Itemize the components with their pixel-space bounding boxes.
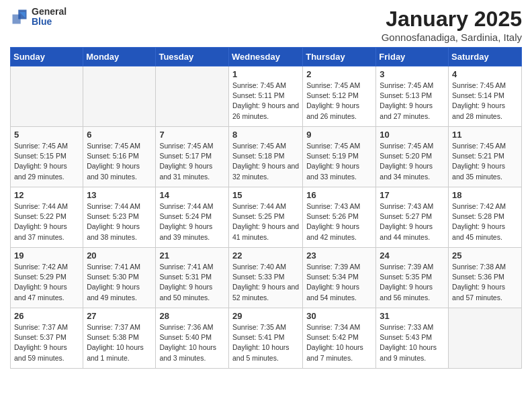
table-row: 19Sunrise: 7:42 AM Sunset: 5:29 PM Dayli… <box>11 248 83 308</box>
day-number: 20 <box>87 250 152 261</box>
page-container: General Blue January 2025 Gonnosfanadiga… <box>0 0 532 375</box>
calendar-table: Sunday Monday Tuesday Wednesday Thursday… <box>10 47 522 369</box>
table-row: 12Sunrise: 7:44 AM Sunset: 5:22 PM Dayli… <box>11 187 83 248</box>
day-info: Sunrise: 7:45 AM Sunset: 5:18 PM Dayligh… <box>232 141 299 182</box>
day-number: 12 <box>14 190 79 200</box>
table-row: 5Sunrise: 7:45 AM Sunset: 5:15 PM Daylig… <box>11 127 83 187</box>
day-number: 7 <box>159 130 225 140</box>
svg-marker-1 <box>13 15 21 24</box>
table-row: 8Sunrise: 7:45 AM Sunset: 5:18 PM Daylig… <box>228 127 302 187</box>
table-row <box>156 66 229 127</box>
table-row: 28Sunrise: 7:36 AM Sunset: 5:40 PM Dayli… <box>156 308 229 369</box>
table-row: 25Sunrise: 7:38 AM Sunset: 5:36 PM Dayli… <box>449 248 522 308</box>
day-number: 15 <box>232 190 299 200</box>
table-row: 13Sunrise: 7:44 AM Sunset: 5:23 PM Dayli… <box>83 187 156 248</box>
day-info: Sunrise: 7:45 AM Sunset: 5:20 PM Dayligh… <box>380 141 445 182</box>
day-info: Sunrise: 7:44 AM Sunset: 5:23 PM Dayligh… <box>87 201 152 242</box>
day-number: 3 <box>380 69 445 79</box>
table-row <box>11 66 83 127</box>
day-number: 27 <box>87 311 152 321</box>
day-number: 2 <box>306 69 372 79</box>
table-row: 20Sunrise: 7:41 AM Sunset: 5:30 PM Dayli… <box>83 248 156 308</box>
day-number: 5 <box>14 130 79 140</box>
day-number: 25 <box>452 250 518 261</box>
table-row: 22Sunrise: 7:40 AM Sunset: 5:33 PM Dayli… <box>228 248 302 308</box>
table-row: 7Sunrise: 7:45 AM Sunset: 5:17 PM Daylig… <box>156 127 229 187</box>
day-info: Sunrise: 7:34 AM Sunset: 5:42 PM Dayligh… <box>306 322 372 363</box>
calendar-title: January 2025 <box>382 7 522 32</box>
calendar-week-row: 26Sunrise: 7:37 AM Sunset: 5:37 PM Dayli… <box>11 308 522 369</box>
day-info: Sunrise: 7:35 AM Sunset: 5:41 PM Dayligh… <box>232 322 299 363</box>
table-row: 11Sunrise: 7:45 AM Sunset: 5:21 PM Dayli… <box>449 127 522 187</box>
day-number: 9 <box>306 130 372 140</box>
day-info: Sunrise: 7:39 AM Sunset: 5:34 PM Dayligh… <box>306 262 372 303</box>
day-info: Sunrise: 7:44 AM Sunset: 5:25 PM Dayligh… <box>232 201 299 242</box>
calendar-week-row: 12Sunrise: 7:44 AM Sunset: 5:22 PM Dayli… <box>11 187 522 248</box>
table-row: 16Sunrise: 7:43 AM Sunset: 5:26 PM Dayli… <box>303 187 376 248</box>
day-number: 13 <box>87 190 152 200</box>
day-info: Sunrise: 7:42 AM Sunset: 5:29 PM Dayligh… <box>14 262 79 303</box>
table-row: 1Sunrise: 7:45 AM Sunset: 5:11 PM Daylig… <box>228 66 302 127</box>
col-saturday: Saturday <box>449 48 522 66</box>
day-number: 22 <box>232 250 299 261</box>
table-row: 9Sunrise: 7:45 AM Sunset: 5:19 PM Daylig… <box>303 127 376 187</box>
table-row: 31Sunrise: 7:33 AM Sunset: 5:43 PM Dayli… <box>376 308 449 369</box>
day-number: 24 <box>380 250 445 261</box>
day-info: Sunrise: 7:45 AM Sunset: 5:17 PM Dayligh… <box>159 141 225 182</box>
day-info: Sunrise: 7:36 AM Sunset: 5:40 PM Dayligh… <box>159 322 225 363</box>
day-number: 21 <box>159 250 225 261</box>
day-number: 29 <box>232 311 299 321</box>
table-row: 27Sunrise: 7:37 AM Sunset: 5:38 PM Dayli… <box>83 308 156 369</box>
day-number: 4 <box>452 69 518 79</box>
calendar-header-row: Sunday Monday Tuesday Wednesday Thursday… <box>11 48 522 66</box>
day-info: Sunrise: 7:45 AM Sunset: 5:16 PM Dayligh… <box>87 141 152 182</box>
col-sunday: Sunday <box>11 48 83 66</box>
day-info: Sunrise: 7:43 AM Sunset: 5:26 PM Dayligh… <box>306 201 372 242</box>
table-row: 4Sunrise: 7:45 AM Sunset: 5:14 PM Daylig… <box>449 66 522 127</box>
day-info: Sunrise: 7:45 AM Sunset: 5:11 PM Dayligh… <box>232 81 299 122</box>
col-thursday: Thursday <box>303 48 376 66</box>
day-number: 14 <box>159 190 225 200</box>
day-number: 11 <box>452 130 518 140</box>
table-row: 26Sunrise: 7:37 AM Sunset: 5:37 PM Dayli… <box>11 308 83 369</box>
day-number: 18 <box>452 190 518 200</box>
logo: General Blue <box>10 7 66 28</box>
day-number: 31 <box>380 311 445 321</box>
col-tuesday: Tuesday <box>156 48 229 66</box>
day-info: Sunrise: 7:45 AM Sunset: 5:13 PM Dayligh… <box>380 81 445 122</box>
day-number: 6 <box>87 130 152 140</box>
table-row: 3Sunrise: 7:45 AM Sunset: 5:13 PM Daylig… <box>376 66 449 127</box>
table-row: 18Sunrise: 7:42 AM Sunset: 5:28 PM Dayli… <box>449 187 522 248</box>
table-row: 10Sunrise: 7:45 AM Sunset: 5:20 PM Dayli… <box>376 127 449 187</box>
day-number: 19 <box>14 250 79 261</box>
day-info: Sunrise: 7:44 AM Sunset: 5:24 PM Dayligh… <box>159 201 225 242</box>
table-row <box>449 308 522 369</box>
day-number: 10 <box>380 130 445 140</box>
table-row: 17Sunrise: 7:43 AM Sunset: 5:27 PM Dayli… <box>376 187 449 248</box>
day-number: 26 <box>14 311 79 321</box>
logo-text: General Blue <box>32 7 66 28</box>
day-info: Sunrise: 7:37 AM Sunset: 5:37 PM Dayligh… <box>14 322 79 363</box>
day-info: Sunrise: 7:38 AM Sunset: 5:36 PM Dayligh… <box>452 262 518 303</box>
table-row: 21Sunrise: 7:41 AM Sunset: 5:31 PM Dayli… <box>156 248 229 308</box>
calendar-subtitle: Gonnosfanadiga, Sardinia, Italy <box>382 32 522 43</box>
table-row: 29Sunrise: 7:35 AM Sunset: 5:41 PM Dayli… <box>228 308 302 369</box>
logo-blue: Blue <box>32 17 66 27</box>
day-info: Sunrise: 7:45 AM Sunset: 5:21 PM Dayligh… <box>452 141 518 182</box>
day-info: Sunrise: 7:41 AM Sunset: 5:30 PM Dayligh… <box>87 262 152 303</box>
table-row: 15Sunrise: 7:44 AM Sunset: 5:25 PM Dayli… <box>228 187 302 248</box>
col-wednesday: Wednesday <box>228 48 302 66</box>
day-info: Sunrise: 7:44 AM Sunset: 5:22 PM Dayligh… <box>14 201 79 242</box>
calendar-week-row: 1Sunrise: 7:45 AM Sunset: 5:11 PM Daylig… <box>11 66 522 127</box>
col-friday: Friday <box>376 48 449 66</box>
day-number: 30 <box>306 311 372 321</box>
table-row: 14Sunrise: 7:44 AM Sunset: 5:24 PM Dayli… <box>156 187 229 248</box>
day-number: 1 <box>232 69 299 79</box>
table-row: 24Sunrise: 7:39 AM Sunset: 5:35 PM Dayli… <box>376 248 449 308</box>
calendar-week-row: 19Sunrise: 7:42 AM Sunset: 5:29 PM Dayli… <box>11 248 522 308</box>
day-info: Sunrise: 7:37 AM Sunset: 5:38 PM Dayligh… <box>87 322 152 363</box>
day-info: Sunrise: 7:33 AM Sunset: 5:43 PM Dayligh… <box>380 322 445 363</box>
col-monday: Monday <box>83 48 156 66</box>
table-row: 30Sunrise: 7:34 AM Sunset: 5:42 PM Dayli… <box>303 308 376 369</box>
day-info: Sunrise: 7:41 AM Sunset: 5:31 PM Dayligh… <box>159 262 225 303</box>
